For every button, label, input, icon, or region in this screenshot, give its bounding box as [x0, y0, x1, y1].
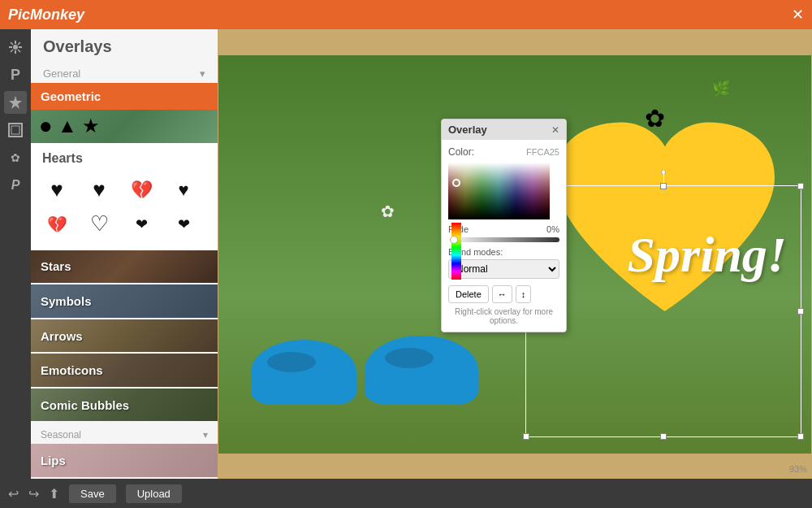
svg-line-8 [11, 50, 13, 52]
save-button[interactable]: Save [69, 484, 116, 503]
tool-text[interactable]: P [4, 63, 27, 86]
heart-3[interactable]: 💔 [127, 176, 156, 205]
upload-button[interactable]: Upload [126, 484, 182, 503]
blend-modes-label: Blend modes: [448, 247, 559, 257]
color-label: Color: [448, 146, 474, 158]
popup-body: Color: FFCA25 Fade 0% [442, 140, 566, 332]
popup-buttons: Delete ↔ ↕ [448, 285, 559, 303]
fade-slider[interactable] [448, 237, 559, 242]
undo-icon[interactable]: ↩ [8, 486, 19, 501]
seasonal-label: Seasonal [41, 429, 81, 441]
sidebar: Overlays General ▾ Geometric ● ▲ ★ Heart… [31, 29, 218, 479]
svg-line-5 [11, 42, 13, 45]
hearts-section: Hearts ♥ ♥ 💔 ♥ 💔 ♡ ❤ ❤ [31, 143, 218, 250]
handle-mr[interactable] [797, 308, 804, 315]
heart-8[interactable]: ❤ [169, 210, 198, 239]
blend-select[interactable]: Normal Multiply Screen Overlay Darken Li… [448, 259, 559, 279]
app-logo: PicMonkey [8, 7, 84, 24]
handle-tm[interactable] [660, 183, 667, 189]
category-arrows[interactable]: Arrows [31, 319, 218, 353]
rotate-line [663, 170, 664, 183]
fade-row: Fade 0% [448, 224, 559, 234]
general-chevron: ▾ [200, 67, 205, 80]
right-click-hint: Right-click overlay for more options. [448, 307, 559, 325]
redo-icon[interactable]: ↪ [28, 486, 39, 501]
category-stars[interactable]: Stars [31, 250, 218, 284]
fade-handle[interactable] [450, 236, 458, 244]
category-symbols-label: Symbols [31, 294, 102, 308]
popup-close-button[interactable]: ✕ [551, 124, 559, 136]
seasonal-chevron: ▾ [203, 429, 208, 441]
tool-overlays[interactable] [4, 91, 27, 114]
category-emoticons-label: Emoticons [31, 363, 113, 377]
selection-box [525, 185, 801, 437]
category-geometric[interactable]: Geometric [31, 83, 218, 110]
app-header: PicMonkey ✕ [0, 0, 812, 29]
main-layout: P ✿ P Overlays General ▾ Geometric ● [0, 29, 812, 479]
hearts-title: Hearts [39, 151, 209, 166]
color-row: Color: FFCA25 [448, 146, 559, 158]
handle-tr[interactable] [797, 183, 804, 189]
history-icon[interactable]: ⬆ [49, 486, 59, 501]
category-geometric-label: Geometric [41, 89, 101, 103]
svg-line-7 [18, 42, 20, 45]
hue-strip[interactable] [451, 223, 461, 280]
category-lips[interactable]: Lips [31, 444, 218, 477]
heart-7[interactable]: ❤ [127, 210, 156, 239]
general-label: General [43, 67, 80, 80]
zoom-level: 93% [789, 464, 807, 474]
category-stars-label: Stars [31, 259, 81, 273]
heart-1[interactable]: ♥ [42, 176, 71, 205]
category-comic-bubbles[interactable]: Comic Bubbles [31, 389, 218, 422]
seasonal-section: Seasonal ▾ [31, 426, 218, 444]
popup-title: Overlay [448, 124, 487, 136]
color-gradient[interactable] [448, 163, 550, 219]
overlay-popup: Overlay ✕ Color: FFCA25 [441, 119, 567, 332]
close-button[interactable]: ✕ [792, 6, 804, 24]
bottom-toolbar: ↩ ↪ ⬆ Save Upload [0, 479, 812, 508]
tool-type[interactable]: P [4, 174, 27, 197]
black-overlay [448, 163, 550, 219]
category-lips-label: Lips [31, 454, 76, 467]
heart-6[interactable]: ♡ [84, 210, 114, 239]
color-cursor [452, 179, 460, 187]
fade-value: 0% [546, 224, 559, 234]
hearts-grid: ♥ ♥ 💔 ♥ 💔 ♡ ❤ ❤ [39, 172, 209, 242]
heart-2[interactable]: ♥ [84, 176, 114, 205]
svg-line-6 [18, 50, 20, 52]
handle-bl[interactable] [523, 433, 529, 440]
svg-rect-9 [9, 124, 22, 137]
geometric-preview: ● ▲ ★ [31, 110, 218, 143]
color-picker[interactable] [448, 163, 559, 219]
sidebar-title: Overlays [31, 29, 218, 64]
tool-effects[interactable] [4, 36, 27, 59]
category-emoticons[interactable]: Emoticons [31, 354, 218, 387]
flip-v-button[interactable]: ↕ [516, 285, 532, 303]
color-hex-value: FFCA25 [526, 147, 559, 157]
handle-br[interactable] [797, 433, 804, 440]
tool-touch[interactable]: ✿ [4, 146, 27, 169]
tool-strip: P ✿ P [0, 29, 31, 479]
svg-rect-10 [11, 126, 19, 134]
handle-bm[interactable] [660, 433, 667, 440]
svg-point-0 [13, 45, 18, 50]
flip-h-button[interactable]: ↔ [492, 285, 512, 303]
heart-4[interactable]: ♥ [169, 176, 198, 205]
category-symbols[interactable]: Symbols [31, 284, 218, 318]
popup-header: Overlay ✕ [442, 119, 566, 140]
tool-frames[interactable] [4, 119, 27, 141]
category-arrows-label: Arrows [31, 329, 93, 343]
delete-button[interactable]: Delete [448, 285, 489, 303]
canvas-area: ✿ ✿ ✿ 🌿 Spring! [218, 29, 812, 479]
category-comic-bubbles-label: Comic Bubbles [31, 398, 139, 412]
general-section: General ▾ [31, 64, 218, 83]
heart-5[interactable]: 💔 [42, 210, 71, 239]
